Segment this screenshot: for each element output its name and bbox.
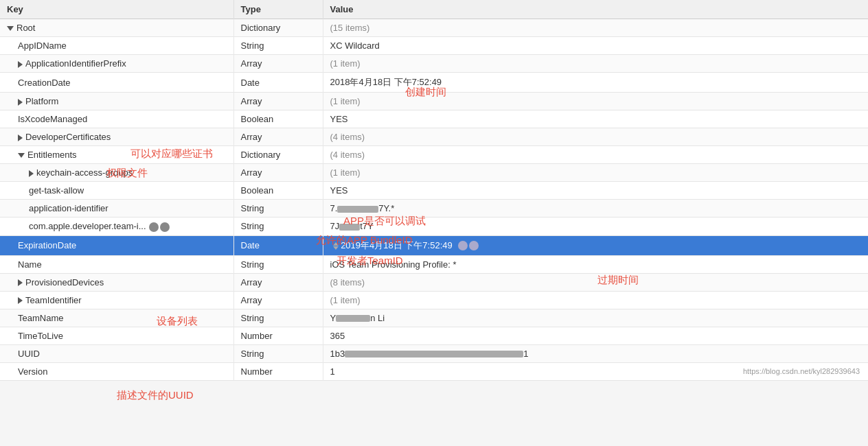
value-text: 365 <box>330 331 345 341</box>
expand-down-icon[interactable] <box>7 26 14 31</box>
table-row[interactable]: DeveloperCertificatesArray(4 items) <box>0 128 868 146</box>
table-row[interactable]: ExpirationDateDate 2019年4月18日 下午7:52:49 <box>0 235 868 255</box>
table-row[interactable]: VersionNumber1 <box>0 362 868 380</box>
value-text: (1 item) <box>330 167 361 178</box>
annotation-entitlements: 权限文件 <box>106 167 148 180</box>
row-icons[interactable] <box>149 222 170 232</box>
value-cell: (1 item) <box>323 55 868 73</box>
table-row[interactable]: TeamNameStringYn Li <box>0 309 868 327</box>
value-text: (4 items) <box>330 132 365 142</box>
expand-right-icon[interactable] <box>18 134 23 141</box>
type-cell: Array <box>233 128 323 146</box>
blurred-text <box>337 206 378 213</box>
action-icon-1[interactable] <box>458 241 468 250</box>
key-label: get-task-allow <box>29 185 84 196</box>
type-cell: String <box>233 309 323 327</box>
value-cell: 1b31 <box>323 344 868 362</box>
table-body: RootDictionary(15 items)AppIDNameStringX… <box>0 19 868 381</box>
expand-right-icon[interactable] <box>18 279 23 286</box>
value-cell: (15 items) <box>323 19 868 37</box>
annotation-uuid: 描述文件的UUID <box>117 389 194 402</box>
value-text: (8 items) <box>330 277 365 287</box>
value-text: YES <box>330 114 348 124</box>
watermark: https://blog.csdn.net/kyl282939643 <box>743 367 860 375</box>
table-row[interactable]: get-task-allowBooleanYES <box>0 182 868 200</box>
header-type: Type <box>233 0 323 19</box>
annotation-creationdate: 创建时间 <box>405 86 446 99</box>
key-label: com.apple.developer.team-i... <box>29 221 146 231</box>
value-cell: (4 items) <box>323 146 868 164</box>
key-label: TeamName <box>18 313 63 323</box>
type-cell: Dictionary <box>233 19 323 37</box>
value-cell: iOS Team Provisioning Profile: * <box>323 255 868 273</box>
header-key: Key <box>0 0 233 19</box>
type-cell: Boolean <box>233 110 323 128</box>
table-row[interactable]: com.apple.developer.team-i... String7Jt7… <box>0 218 868 236</box>
annotation-expirationdate: 过期时间 <box>597 274 639 287</box>
value-text: XC Wildcard <box>330 40 380 51</box>
value-text: 1 <box>330 366 335 377</box>
table-row[interactable]: ApplicationIdentifierPrefixArray(1 item) <box>0 55 868 73</box>
table-row[interactable]: AppIDNameStringXC Wildcard <box>0 37 868 55</box>
type-cell: Number <box>233 362 323 380</box>
type-cell: String <box>233 200 323 218</box>
value-cell: (1 item) <box>323 164 868 182</box>
blurred-text <box>336 315 370 322</box>
type-cell: String <box>233 344 323 362</box>
value-text: (1 item) <box>330 58 361 69</box>
expand-right-icon[interactable] <box>18 61 23 68</box>
expand-right-icon[interactable] <box>29 170 34 177</box>
type-cell: Array <box>233 164 323 182</box>
type-cell: Array <box>233 291 323 309</box>
key-label: TimeToLive <box>18 331 63 341</box>
table-row[interactable]: TimeToLiveNumber365 <box>0 327 868 344</box>
key-label: TeamIdentifier <box>25 295 82 305</box>
key-label: ExpirationDate <box>18 240 76 250</box>
key-label: DeveloperCertificates <box>25 132 111 142</box>
expand-right-icon[interactable] <box>18 297 23 304</box>
key-label: UUID <box>18 349 40 359</box>
type-cell: Dictionary <box>233 146 323 164</box>
key-label: ApplicationIdentifierPrefix <box>25 58 126 69</box>
key-label: Platform <box>25 96 58 106</box>
value-cell: XC Wildcard <box>323 37 868 55</box>
type-cell: String <box>233 255 323 273</box>
expand-right-icon[interactable] <box>18 99 23 106</box>
plist-viewer: Key Type Value RootDictionary(15 items)A… <box>0 0 868 381</box>
value-cell: 365 <box>323 327 868 344</box>
add-icon[interactable] <box>149 222 159 232</box>
value-cell: YES <box>323 182 868 200</box>
table-header-row: Key Type Value <box>0 0 868 19</box>
annotation-teamid: 开发者TeamID <box>336 255 403 268</box>
table-row[interactable]: RootDictionary(15 items) <box>0 19 868 37</box>
type-cell: Array <box>233 93 323 110</box>
table-row[interactable]: NameStringiOS Team Provisioning Profile:… <box>0 255 868 273</box>
value-cell: (4 items) <box>323 128 868 146</box>
table-row[interactable]: application-identifierString7.7Y.* <box>0 200 868 218</box>
value-text: (15 items) <box>330 23 370 33</box>
table-row[interactable]: UUIDString1b31 <box>0 344 868 362</box>
type-cell: Date <box>233 235 323 255</box>
value-text: 1b31 <box>330 349 529 359</box>
type-cell: Date <box>233 73 323 93</box>
key-label: Entitlements <box>27 150 77 160</box>
key-label: ProvisionedDevices <box>25 277 104 287</box>
table-row[interactable]: ProvisionedDevicesArray(8 items) <box>0 273 868 291</box>
type-cell: String <box>233 218 323 236</box>
table-row[interactable]: IsXcodeManagedBooleanYES <box>0 110 868 128</box>
type-cell: Array <box>233 55 323 73</box>
key-label: application-identifier <box>29 203 108 213</box>
type-cell: Number <box>233 327 323 344</box>
remove-icon[interactable] <box>160 222 170 232</box>
key-label: Version <box>18 366 47 377</box>
type-cell: Array <box>233 273 323 291</box>
row-action-icons[interactable] <box>458 241 479 250</box>
value-cell: YES <box>323 110 868 128</box>
table-row[interactable]: TeamIdentifierArray(1 item) <box>0 291 868 309</box>
action-icon-2[interactable] <box>469 241 479 250</box>
value-cell: (8 items) <box>323 273 868 291</box>
value-text: (4 items) <box>330 150 365 160</box>
expand-down-icon[interactable] <box>18 153 25 158</box>
annotation-provisioneddevices: 设备列表 <box>157 315 198 328</box>
value-text: YES <box>330 185 348 196</box>
